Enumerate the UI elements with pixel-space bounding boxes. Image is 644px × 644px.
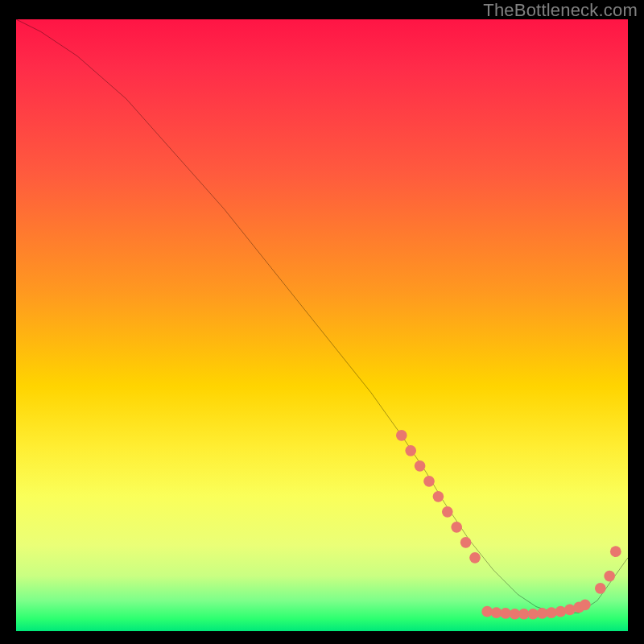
marker-group (396, 430, 621, 620)
marker-dot (405, 445, 416, 456)
plot-area (16, 19, 628, 631)
marker-dot (423, 476, 435, 487)
marker-dot (595, 583, 606, 594)
marker-dot (451, 522, 462, 533)
marker-dot (460, 537, 472, 548)
marker-dot (604, 571, 615, 582)
chart-canvas: TheBottleneck.com (0, 0, 644, 644)
marker-dot (415, 460, 426, 472)
marker-dot (442, 506, 453, 518)
marker-dot (469, 552, 481, 564)
chart-line (16, 19, 628, 613)
marker-dot (555, 606, 567, 617)
watermark-text: TheBottleneck.com (483, 0, 638, 21)
marker-dot (580, 599, 591, 610)
marker-dot (433, 491, 444, 502)
curve-svg (16, 19, 628, 631)
marker-dot (610, 546, 621, 557)
marker-dot (396, 430, 407, 441)
